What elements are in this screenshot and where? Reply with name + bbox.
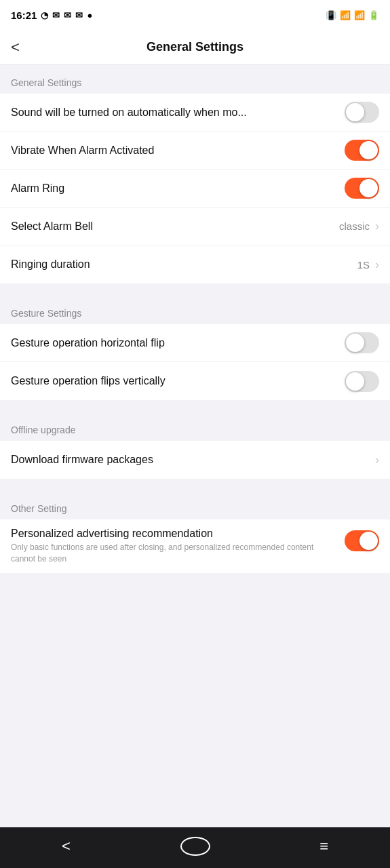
page-title: General Settings xyxy=(147,40,243,54)
gesture-settings-group: Gesture operation horizontal flip Gestur… xyxy=(0,324,390,400)
status-icon-question: ◔ xyxy=(41,10,48,20)
content: General Settings Sound will be turned on… xyxy=(0,65,390,827)
gesture-vertical-label: Gesture operation flips vertically xyxy=(11,375,345,387)
section-header-offline: Offline upgrade xyxy=(0,412,390,441)
list-item: Alarm Ring xyxy=(0,170,390,208)
list-item: Sound will be turned on automatically wh… xyxy=(0,94,390,132)
header: < General Settings xyxy=(0,30,390,65)
back-button[interactable]: < xyxy=(11,36,25,59)
list-item: Gesture operation horizontal flip xyxy=(0,324,390,362)
ringing-duration-label: Ringing duration xyxy=(11,258,357,271)
status-icon-mail3: ✉ xyxy=(75,10,83,20)
alarm-ring-label: Alarm Ring xyxy=(11,182,345,195)
section-header-other: Other Setting xyxy=(0,491,390,519)
list-item: Personalized advertising recommendation … xyxy=(0,519,390,573)
toggle-knob xyxy=(346,372,364,391)
vibrate-icon: 📳 xyxy=(326,10,336,20)
section-divider xyxy=(0,479,390,491)
toggle-knob xyxy=(359,179,378,197)
list-item: Gesture operation flips vertically xyxy=(0,362,390,400)
bottom-navigation: < ≡ xyxy=(0,827,390,868)
status-bar-left: 16:21 ◔ ✉ ✉ ✉ ● xyxy=(11,9,92,21)
gesture-horizontal-label: Gesture operation horizontal flip xyxy=(11,337,345,349)
toggle-knob xyxy=(359,532,378,550)
sound-auto-toggle[interactable] xyxy=(345,102,379,123)
battery-icon: 🔋 xyxy=(368,10,379,20)
status-bar: 16:21 ◔ ✉ ✉ ✉ ● 📳 📶 📶 🔋 xyxy=(0,0,390,30)
vibrate-alarm-label: Vibrate When Alarm Activated xyxy=(11,144,345,157)
chevron-right-icon: › xyxy=(375,258,379,272)
list-item: Vibrate When Alarm Activated xyxy=(0,132,390,170)
list-item[interactable]: Download firmware packages › xyxy=(0,441,390,479)
download-firmware-label: Download firmware packages xyxy=(11,454,374,466)
section-divider xyxy=(0,283,390,296)
status-icon-mail2: ✉ xyxy=(64,10,71,20)
vibrate-alarm-toggle[interactable] xyxy=(345,140,379,161)
toggle-knob xyxy=(359,141,378,159)
offline-settings-group: Download firmware packages › xyxy=(0,441,390,479)
select-alarm-bell-label: Select Alarm Bell xyxy=(11,220,339,233)
ringing-duration-value: 1S xyxy=(357,259,370,271)
personalized-ads-label: Personalized advertising recommendation xyxy=(11,528,336,540)
nav-home-button[interactable] xyxy=(180,837,210,856)
list-item[interactable]: Select Alarm Bell classic › xyxy=(0,208,390,245)
personalized-ads-sublabel: Only basic functions are used after clos… xyxy=(11,542,336,565)
wifi-icon: 📶 xyxy=(340,10,351,20)
personalized-ads-toggle[interactable] xyxy=(345,530,379,551)
sound-auto-label: Sound will be turned on automatically wh… xyxy=(11,106,345,119)
section-header-gesture: Gesture Settings xyxy=(0,296,390,324)
status-icon-dot: ● xyxy=(87,10,92,20)
signal-icon: 📶 xyxy=(354,10,365,20)
status-icon-mail1: ✉ xyxy=(52,10,60,20)
gesture-horizontal-toggle[interactable] xyxy=(345,332,379,353)
status-time: 16:21 xyxy=(11,9,37,21)
list-item[interactable]: Ringing duration 1S › xyxy=(0,245,390,283)
toggle-knob xyxy=(346,334,364,352)
status-bar-right: 📳 📶 📶 🔋 xyxy=(326,10,379,20)
nav-menu-button[interactable]: ≡ xyxy=(306,832,342,861)
section-divider xyxy=(0,400,390,412)
gesture-vertical-toggle[interactable] xyxy=(345,371,379,392)
section-header-general: General Settings xyxy=(0,65,390,94)
toggle-knob xyxy=(346,103,364,121)
select-alarm-bell-value: classic xyxy=(339,220,370,232)
general-settings-group: Sound will be turned on automatically wh… xyxy=(0,94,390,283)
nav-back-button[interactable]: < xyxy=(48,832,84,861)
chevron-right-icon: › xyxy=(375,219,379,233)
personalized-ads-text-block: Personalized advertising recommendation … xyxy=(11,528,345,565)
other-settings-group: Personalized advertising recommendation … xyxy=(0,519,390,573)
alarm-ring-toggle[interactable] xyxy=(345,178,379,199)
chevron-right-icon: › xyxy=(375,453,379,467)
